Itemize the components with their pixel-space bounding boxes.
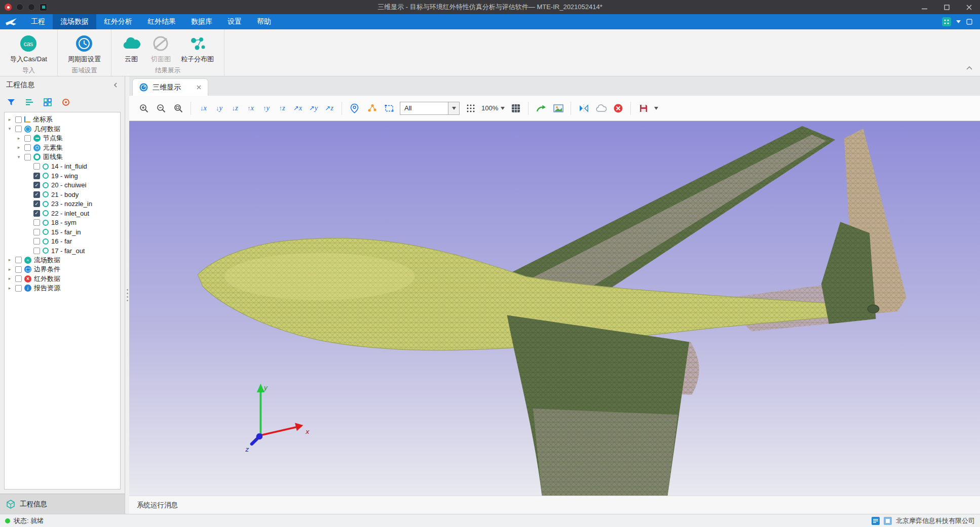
- mirror-icon[interactable]: [577, 102, 590, 114]
- ribbon-button-particle-distribution-plot[interactable]: 粒子分布图: [177, 33, 218, 65]
- halftone-pattern-icon[interactable]: [464, 102, 477, 114]
- filter-icon[interactable]: [7, 98, 16, 107]
- tree-item-geometry-data[interactable]: ▾几何数据: [5, 125, 120, 134]
- view-axis-y-4-icon[interactable]: ↑y: [260, 104, 273, 112]
- tree-item-surface-17-far-out[interactable]: 17 - far_out: [5, 246, 120, 256]
- visibility-checkbox[interactable]: [33, 182, 40, 188]
- tree-item-surface-21-body[interactable]: 21 - body: [5, 190, 120, 199]
- menu-item-help[interactable]: 帮助: [249, 14, 279, 29]
- visibility-checkbox[interactable]: [24, 154, 31, 160]
- view-axis-x-6-icon[interactable]: ↗x: [291, 104, 304, 112]
- view-axis-x-3-icon[interactable]: ↑x: [244, 104, 257, 112]
- visibility-checkbox[interactable]: [24, 144, 31, 151]
- save-dropdown-icon[interactable]: [654, 107, 658, 110]
- ribbon-collapse-button[interactable]: [966, 64, 973, 72]
- visibility-checkbox[interactable]: [15, 266, 22, 273]
- display-filter-select[interactable]: All: [400, 102, 460, 115]
- tree-item-surface-22-inlet-out[interactable]: 22 - inlet_out: [5, 209, 120, 218]
- expand-arrow-icon[interactable]: ▸: [7, 117, 13, 122]
- expand-arrow-icon[interactable]: ▾: [16, 155, 22, 159]
- visibility-checkbox[interactable]: [33, 219, 40, 226]
- menu-item-settings[interactable]: 设置: [220, 14, 249, 29]
- visibility-checkbox[interactable]: [15, 116, 22, 123]
- quick-launch-icon-1[interactable]: [16, 4, 23, 11]
- expand-arrow-icon[interactable]: ▸: [16, 136, 22, 141]
- zoom-out-icon[interactable]: [155, 102, 167, 114]
- view-axis-y-7-icon[interactable]: ↗y: [307, 104, 320, 112]
- visibility-checkbox[interactable]: [24, 135, 31, 142]
- expand-arrow-icon[interactable]: ▸: [7, 267, 13, 272]
- tree-item-boundary-conditions[interactable]: ▸边界条件: [5, 265, 120, 274]
- mesh-grid-icon[interactable]: [509, 102, 522, 114]
- list-view-icon[interactable]: [25, 98, 34, 107]
- view-axis-y-1-icon[interactable]: ↓y: [213, 104, 225, 112]
- pin-menu-icon[interactable]: [966, 18, 973, 25]
- menu-item-infrared-results[interactable]: 红外结果: [140, 14, 183, 29]
- menu-item-infrared-analysis[interactable]: 红外分析: [96, 14, 140, 29]
- view-axis-z-5-icon[interactable]: ↑z: [276, 104, 288, 112]
- expand-arrow-icon[interactable]: ▸: [16, 145, 22, 150]
- expand-arrow-icon[interactable]: ▸: [7, 286, 13, 291]
- ribbon-button-import-cas-dat[interactable]: cas导入Cas/Dat: [6, 33, 51, 65]
- menu-item-flow-field-data[interactable]: 流场数据: [53, 14, 96, 29]
- save-icon[interactable]: [637, 102, 650, 114]
- tree-item-surface-23-nozzle-in[interactable]: 23 - nozzle_in: [5, 199, 120, 209]
- ribbon-button-periodic-face-setting[interactable]: 周期面设置: [64, 33, 105, 65]
- chevron-down-icon[interactable]: [956, 20, 961, 23]
- visibility-checkbox[interactable]: [15, 257, 22, 263]
- menu-item-engineering[interactable]: 工程: [23, 14, 53, 29]
- maximize-button[interactable]: [935, 0, 958, 14]
- visibility-checkbox[interactable]: [33, 210, 40, 217]
- panel-bottom-bar[interactable]: 工程信息: [0, 494, 125, 514]
- tree-item-coordinate-system[interactable]: ▸坐标系: [5, 115, 120, 125]
- tree-item-report-resources[interactable]: ▸报告资源: [5, 283, 120, 293]
- tree-item-flow-field-data[interactable]: ▸流场数据: [5, 256, 120, 265]
- cloud-outline-icon[interactable]: [594, 102, 607, 114]
- visibility-checkbox[interactable]: [33, 173, 40, 179]
- visibility-checkbox[interactable]: [15, 275, 22, 282]
- view-axis-z-8-icon[interactable]: ↗z: [323, 104, 335, 112]
- quick-launch-icon-3[interactable]: [40, 4, 47, 11]
- visibility-checkbox[interactable]: [33, 229, 40, 235]
- tree-item-surface-16-far[interactable]: 16 - far: [5, 237, 120, 247]
- snapshot-icon[interactable]: [552, 102, 564, 114]
- tree-item-surface-18-sym[interactable]: 18 - sym: [5, 218, 120, 228]
- view-axis-z-2-icon[interactable]: ↓z: [229, 104, 241, 112]
- app-logo-icon[interactable]: [5, 4, 12, 11]
- theme-icon[interactable]: [942, 17, 951, 26]
- location-pin-icon[interactable]: [348, 102, 361, 114]
- viewport-3d[interactable]: x y z: [129, 121, 980, 496]
- system-message-bar[interactable]: 系统运行消息: [129, 496, 980, 514]
- particles-icon[interactable]: [365, 102, 378, 114]
- quick-launch-icon-2[interactable]: [28, 4, 35, 11]
- visibility-checkbox[interactable]: [33, 191, 40, 198]
- export-arrow-icon[interactable]: [535, 102, 547, 114]
- grid-view-icon[interactable]: [43, 98, 52, 107]
- panel-collapse-button[interactable]: [112, 82, 119, 88]
- expand-arrow-icon[interactable]: ▸: [7, 258, 13, 262]
- visibility-checkbox[interactable]: [33, 163, 40, 170]
- log-panel-icon[interactable]: [872, 517, 880, 525]
- expand-arrow-icon[interactable]: ▾: [7, 127, 13, 131]
- zoom-fit-icon[interactable]: [172, 102, 184, 114]
- tree-item-node-set[interactable]: ▸节点集: [5, 134, 120, 143]
- tree-item-surface-19-wing[interactable]: 19 - wing: [5, 171, 120, 181]
- tree-item-surface-14-int-fluid[interactable]: 14 - int_fluid: [5, 162, 120, 172]
- tree-item-surface-15-far-in[interactable]: 15 - far_in: [5, 227, 120, 237]
- box-select-icon[interactable]: [383, 102, 395, 114]
- panel-splitter[interactable]: [125, 76, 129, 514]
- zoom-level-control[interactable]: 100%: [481, 104, 505, 112]
- visibility-checkbox[interactable]: [15, 285, 22, 292]
- visibility-checkbox[interactable]: [33, 238, 40, 245]
- view-axis-x-0-icon[interactable]: ↓x: [197, 104, 210, 112]
- zoom-in-icon[interactable]: [137, 102, 150, 114]
- ribbon-button-contour-plot[interactable]: 云图: [118, 33, 145, 65]
- tree-item-element-set[interactable]: ▸元素集: [5, 143, 120, 153]
- visibility-checkbox[interactable]: [15, 126, 22, 132]
- minimize-button[interactable]: [913, 0, 935, 14]
- tab-close-icon[interactable]: [197, 85, 201, 90]
- tree-item-infrared-data[interactable]: ▸红外数据: [5, 274, 120, 284]
- expand-arrow-icon[interactable]: ▸: [7, 276, 13, 281]
- menu-item-database[interactable]: 数据库: [183, 14, 220, 29]
- visibility-checkbox[interactable]: [33, 248, 40, 254]
